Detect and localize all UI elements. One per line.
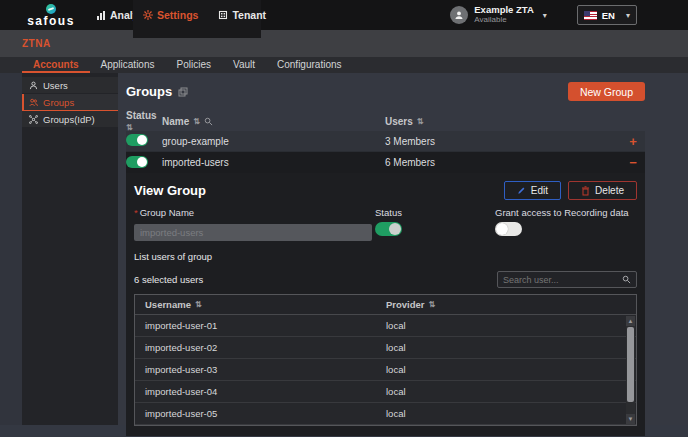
page-title-wrap: Groups — [126, 84, 188, 99]
search-icon[interactable] — [204, 117, 213, 126]
tab-configurations[interactable]: Configurations — [266, 57, 352, 73]
collapse-icon[interactable]: − — [629, 156, 637, 169]
scrollbar-up-arrow[interactable]: ▲ — [626, 316, 635, 326]
username-cell: imported-user-02 — [135, 342, 386, 353]
main-panel: Groups New Group Status ⇅ Name ⇅ — [118, 73, 688, 425]
column-header-users[interactable]: Users ⇅ — [385, 116, 621, 127]
tab-vault[interactable]: Vault — [222, 57, 266, 73]
status-toggle[interactable] — [126, 156, 148, 168]
users-table: Username ⇅ Provider ⇅ imported-user-01 — [134, 294, 637, 426]
user-status: Available — [474, 15, 533, 25]
scrollbar-thumb[interactable] — [627, 327, 634, 402]
users-table-header: Username ⇅ Provider ⇅ — [135, 295, 636, 315]
content-area: Users Groups Groups(IdP) Groups — [0, 73, 688, 425]
sidebar-item-users-label: Users — [43, 80, 68, 91]
user-info: Example ZTA Available — [474, 5, 533, 25]
column-header-status[interactable]: Status ⇅ — [126, 110, 162, 132]
sidebar-item-groups-idp[interactable]: Groups(IdP) — [22, 111, 118, 128]
expand-icon[interactable]: + — [629, 135, 637, 148]
user-row[interactable]: imported-user-05 local — [135, 403, 636, 425]
group-status-toggle[interactable] — [375, 222, 402, 236]
groups-table: Status ⇅ Name ⇅ Users ⇅ — [126, 111, 645, 436]
copy-icon[interactable] — [178, 87, 188, 97]
required-asterisk: * — [134, 207, 138, 218]
tenant-icon — [218, 10, 228, 20]
safous-logo-icon — [46, 4, 56, 14]
top-bar: safous Analytics Settings Tenant — [0, 0, 688, 30]
recording-label: Grant access to Recording data — [495, 207, 637, 218]
topbar-right: Example ZTA Available ▾ EN ▾ — [450, 0, 637, 30]
group-row-imported-users[interactable]: imported-users 6 Members − — [126, 152, 645, 173]
page-title: Groups — [126, 84, 172, 99]
recording-field: Grant access to Recording data — [495, 207, 637, 241]
group-name-cell: group-example — [162, 136, 385, 147]
group-name-label: *Group Name — [134, 207, 375, 218]
tab-policies[interactable]: Policies — [165, 57, 221, 73]
search-icon[interactable] — [622, 275, 631, 284]
new-group-button[interactable]: New Group — [568, 82, 645, 101]
avatar — [450, 6, 468, 24]
name-header-label: Name — [162, 116, 189, 127]
users-table-scrollbar: ▲ ▼ — [626, 316, 635, 424]
user-search-input[interactable] — [503, 275, 622, 285]
delete-button[interactable]: Delete — [568, 181, 637, 200]
column-header-username[interactable]: Username ⇅ — [135, 299, 386, 310]
tab-accounts[interactable]: Accounts — [22, 57, 90, 73]
user-row[interactable]: imported-user-04 local — [135, 381, 636, 403]
topnav-settings[interactable]: Settings — [133, 0, 208, 30]
status-cell — [126, 134, 162, 148]
sort-icon[interactable]: ⇅ — [429, 300, 436, 309]
view-group-header: View Group Edit — [134, 181, 637, 200]
sort-icon[interactable]: ⇅ — [193, 117, 200, 126]
topnav-tenant-label: Tenant — [232, 9, 266, 21]
user-menu[interactable]: Example ZTA Available ▾ — [450, 5, 547, 25]
brand-logo[interactable]: safous — [22, 4, 80, 27]
status-label: Status — [375, 207, 495, 218]
status-toggle[interactable] — [126, 134, 148, 146]
user-search-box — [497, 271, 637, 288]
sidebar: Users Groups Groups(IdP) — [22, 73, 118, 425]
sidebar-item-users[interactable]: Users — [22, 77, 118, 94]
view-group-actions: Edit Delete — [504, 181, 637, 200]
username-cell: imported-user-03 — [135, 364, 386, 375]
group-row-group-example[interactable]: group-example 3 Members + — [126, 131, 645, 152]
user-row[interactable]: imported-user-01 local — [135, 315, 636, 337]
sort-icon[interactable]: ⇅ — [417, 117, 424, 126]
view-group-panel: View Group Edit — [126, 173, 645, 436]
username-cell: imported-user-05 — [135, 408, 386, 419]
expander-cell: + — [621, 135, 645, 148]
group-name-input[interactable] — [134, 224, 372, 241]
group-name-field: *Group Name — [134, 207, 375, 241]
recording-access-toggle[interactable] — [495, 222, 522, 236]
status-field: Status — [375, 207, 495, 241]
tab-applications[interactable]: Applications — [90, 57, 166, 73]
brand-name: safous — [27, 15, 75, 27]
group-users-cell: 6 Members — [385, 157, 621, 168]
sort-icon[interactable]: ⇅ — [195, 300, 202, 309]
edit-button[interactable]: Edit — [504, 181, 561, 200]
screen: safous Analytics Settings Tenant — [0, 0, 688, 437]
column-header-provider[interactable]: Provider ⇅ — [386, 299, 636, 310]
delete-button-label: Delete — [595, 185, 624, 196]
group-name-cell: imported-users — [162, 157, 385, 168]
user-row[interactable]: imported-user-03 local — [135, 359, 636, 381]
sidebar-item-groups-idp-label: Groups(IdP) — [43, 114, 95, 125]
sidebar-item-groups[interactable]: Groups — [22, 94, 118, 111]
sort-icon[interactable]: ⇅ — [126, 123, 133, 132]
topnav-tab-group: Settings Tenant — [133, 0, 261, 38]
language-selector[interactable]: EN ▾ — [577, 5, 637, 25]
gear-icon — [143, 10, 153, 20]
scrollbar-down-arrow[interactable]: ▼ — [626, 414, 635, 424]
provider-cell: local — [386, 364, 636, 375]
status-header-label: Status — [126, 110, 157, 121]
breadcrumb: ZTNA — [22, 38, 51, 49]
view-group-title: View Group — [134, 183, 206, 198]
selection-row: 6 selected users — [134, 271, 637, 288]
expanded-group-container: imported-users 6 Members − View Group — [126, 152, 645, 436]
provider-cell: local — [386, 386, 636, 397]
user-row[interactable]: imported-user-02 local — [135, 337, 636, 359]
list-users-label: List users of group — [134, 251, 637, 262]
column-header-name[interactable]: Name ⇅ — [162, 116, 385, 127]
topnav-tenant[interactable]: Tenant — [208, 0, 276, 30]
status-cell — [126, 156, 162, 170]
